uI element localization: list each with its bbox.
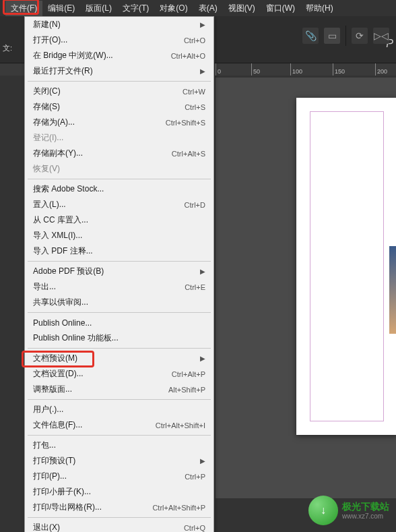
menu-item-label: Publish Online...: [33, 318, 205, 328]
menu-item[interactable]: 打印预设(T)▶: [25, 453, 213, 469]
ruler-tick: 150: [333, 63, 345, 76]
menu-item-label: 打印小册子(K)...: [33, 486, 205, 498]
menu-item-label: 用户(.)...: [33, 404, 205, 415]
menu-item[interactable]: 导入 PDF 注释...: [25, 243, 213, 259]
menu-item[interactable]: 文档预设(M)▶: [25, 351, 213, 366]
page-margin-guide: [310, 111, 384, 421]
chevron-right-icon: ▶: [200, 67, 205, 75]
menu-item[interactable]: 文件信息(F)...Ctrl+Alt+Shift+I: [25, 417, 213, 433]
menu-item-label: 共享以供审阅...: [33, 297, 205, 308]
menu-item-label: 登记(I)...: [33, 132, 205, 144]
document-page[interactable]: [296, 98, 396, 435]
menu-item-label: 文档预设(M): [33, 353, 195, 364]
menu-item[interactable]: 置入(L)...Ctrl+D: [25, 197, 213, 212]
menu-shortcut: Ctrl+S: [185, 103, 205, 111]
menu-item[interactable]: 共享以供审阅...: [25, 295, 213, 310]
menu-separator: [28, 261, 211, 262]
chevron-right-icon: ▶: [200, 355, 205, 362]
menu-item[interactable]: 打印小册子(K)...: [25, 484, 213, 500]
menu-item[interactable]: 调整版面...Alt+Shift+P: [25, 382, 213, 397]
menu-item[interactable]: 导入 XML(I)...: [25, 228, 213, 243]
menubar-item[interactable]: 文件(F): [5, 1, 42, 16]
menubar-item[interactable]: 窗口(W): [261, 1, 300, 16]
ruler-tick: 0: [216, 63, 221, 76]
color-icon[interactable]: ▭: [324, 28, 340, 44]
toolbar-right: 📎 ▭ ⟳ ▷◁: [302, 26, 389, 46]
menu-shortcut: Ctrl+Alt+Shift+I: [156, 421, 205, 430]
menu-item-label: 退出(X): [33, 522, 170, 532]
menu-shortcut: Ctrl+Shift+S: [166, 119, 205, 127]
menubar: 文件(F)编辑(E)版面(L)文字(T)对象(O)表(A)视图(V)窗口(W)帮…: [0, 0, 396, 16]
menu-item[interactable]: 文档设置(D)...Ctrl+Alt+P: [25, 366, 213, 382]
menu-item[interactable]: Publish Online 功能板...: [25, 330, 213, 346]
flip-icon[interactable]: ▷◁: [373, 28, 389, 44]
menu-separator: [28, 312, 211, 313]
chevron-right-icon: ▶: [200, 21, 205, 28]
canvas: [216, 78, 396, 498]
menu-item[interactable]: 存储为(A)...Ctrl+Shift+S: [25, 115, 213, 130]
menu-separator: [28, 399, 211, 400]
menu-item-label: 打开(O)...: [33, 34, 170, 46]
menu-item-label: 导出...: [33, 281, 171, 293]
menu-shortcut: Ctrl+Alt+P: [172, 370, 205, 378]
menu-item-label: 从 CC 库置入...: [33, 214, 205, 226]
menu-item-label: 最近打开文件(R): [33, 65, 195, 77]
menu-item[interactable]: 打印(P)...Ctrl+P: [25, 469, 213, 484]
menu-item-label: 打印预设(T): [33, 455, 195, 467]
menu-shortcut: Ctrl+W: [183, 88, 205, 96]
menubar-item[interactable]: 对象(O): [154, 1, 193, 16]
chevron-right-icon: ▶: [200, 268, 205, 275]
ruler-tick: 200: [375, 63, 387, 76]
download-icon: ↓: [308, 496, 338, 525]
menu-item-label: 存储(S): [33, 101, 171, 113]
menubar-item[interactable]: 文字(T): [117, 1, 154, 16]
menu-item[interactable]: 在 Bridge 中浏览(W)...Ctrl+Alt+O: [25, 48, 213, 63]
menu-item[interactable]: 搜索 Adobe Stock...: [25, 181, 213, 197]
menubar-item[interactable]: 编辑(E): [42, 1, 80, 16]
menu-item-label: 存储为(A)...: [33, 117, 152, 128]
menu-item-label: 打印/导出网格(R)...: [33, 502, 139, 513]
chevron-right-icon: ▶: [200, 457, 205, 465]
rotate-icon[interactable]: ⟳: [352, 28, 368, 44]
menu-item-label: Adobe PDF 预设(B): [33, 266, 195, 277]
menu-item[interactable]: 关闭(C)Ctrl+W: [25, 84, 213, 99]
menu-item-label: Publish Online 功能板...: [33, 332, 205, 344]
attach-icon[interactable]: 📎: [302, 28, 319, 44]
menu-shortcut: Ctrl+P: [185, 473, 205, 481]
menu-shortcut: Alt+Shift+P: [168, 386, 205, 394]
menu-shortcut: Ctrl+O: [184, 36, 205, 45]
menu-item-label: 搜索 Adobe Stock...: [33, 183, 205, 195]
menu-item[interactable]: Publish Online...: [25, 315, 213, 330]
menu-item-label: 在 Bridge 中浏览(W)...: [33, 50, 158, 61]
menubar-item[interactable]: 版面(L): [80, 1, 117, 16]
logo-url: www.xz7.com: [342, 512, 389, 520]
menu-item[interactable]: 用户(.)...: [25, 402, 213, 417]
menu-item[interactable]: 退出(X)Ctrl+Q: [25, 520, 213, 532]
menu-separator: [28, 179, 211, 179]
menu-separator: [28, 517, 211, 518]
menu-item-label: 存储副本(Y)...: [33, 148, 158, 159]
menu-item-label: 新建(N): [33, 19, 195, 30]
menu-item-label: 恢复(V): [33, 163, 205, 175]
menu-item-label: 打包...: [33, 440, 205, 451]
menubar-item[interactable]: 视图(V): [223, 1, 261, 16]
menu-item: 恢复(V): [25, 161, 213, 177]
menu-item[interactable]: 最近打开文件(R)▶: [25, 63, 213, 79]
menu-item-label: 置入(L)...: [33, 199, 171, 210]
menu-item[interactable]: 新建(N)▶: [25, 17, 213, 32]
menu-item[interactable]: 从 CC 库置入...: [25, 212, 213, 228]
menu-item[interactable]: 打印/导出网格(R)...Ctrl+Alt+Shift+P: [25, 500, 213, 515]
menu-item[interactable]: 存储(S)Ctrl+S: [25, 99, 213, 115]
menu-item[interactable]: 存储副本(Y)...Ctrl+Alt+S: [25, 146, 213, 161]
menu-item-label: 导入 PDF 注释...: [33, 245, 205, 257]
menu-item[interactable]: 打开(O)...Ctrl+O: [25, 32, 213, 48]
menubar-item[interactable]: 帮助(H): [300, 1, 339, 16]
menu-item[interactable]: Adobe PDF 预设(B)▶: [25, 264, 213, 279]
menu-shortcut: Ctrl+Alt+O: [171, 52, 205, 60]
logo-title: 极光下载站: [342, 501, 389, 512]
menu-item[interactable]: 导出...Ctrl+E: [25, 279, 213, 295]
menubar-item[interactable]: 表(A): [193, 1, 223, 16]
menu-item-label: 文档设置(D)...: [33, 368, 158, 380]
ruler-tick: 50: [251, 63, 260, 76]
menu-item[interactable]: 打包...: [25, 438, 213, 453]
